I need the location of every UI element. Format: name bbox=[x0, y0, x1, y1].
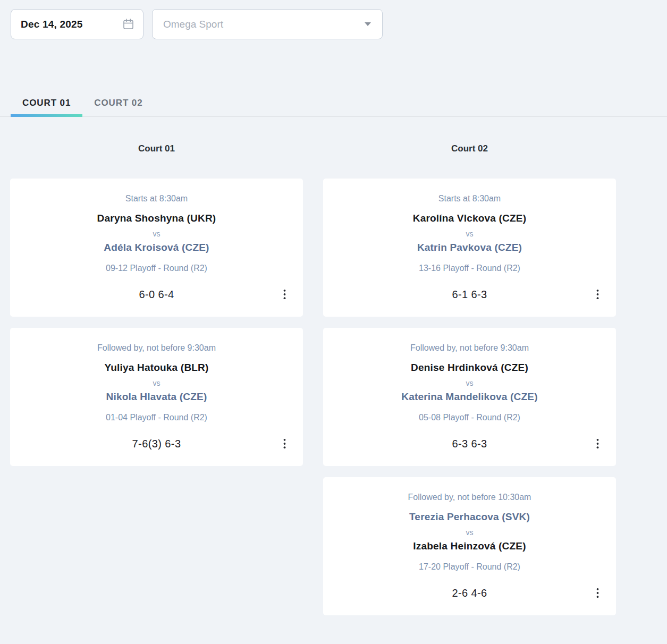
kebab-menu-button[interactable] bbox=[280, 287, 289, 302]
kebab-icon bbox=[596, 290, 599, 300]
vs-label: vs bbox=[10, 230, 303, 238]
match-card: Starts at 8:30am Karolína Vlckova (CZE) … bbox=[323, 179, 616, 317]
kebab-menu-button[interactable] bbox=[593, 437, 602, 451]
match-score: 6-1 6-3 bbox=[452, 289, 487, 301]
sport-select[interactable]: Omega Sport bbox=[152, 9, 383, 39]
player-name: Denise Hrdinková (CZE) bbox=[323, 362, 616, 374]
kebab-menu-button[interactable] bbox=[593, 586, 602, 600]
player-name[interactable]: Katerina Mandelikova (CZE) bbox=[323, 391, 616, 403]
match-columns: Starts at 8:30am Daryna Shoshyna (UKR) v… bbox=[10, 179, 667, 615]
player-name[interactable]: Katrin Pavkova (CZE) bbox=[323, 242, 616, 253]
match-round: 17-20 Playoff - Round (R2) bbox=[323, 562, 616, 572]
date-picker[interactable]: Dec 14, 2025 bbox=[11, 9, 143, 39]
vs-label: vs bbox=[323, 528, 616, 537]
match-time: Followed by, not before 9:30am bbox=[10, 343, 303, 353]
kebab-icon bbox=[283, 290, 286, 300]
match-round: 09-12 Playoff - Round (R2) bbox=[10, 264, 303, 273]
player-name[interactable]: Nikola Hlavata (CZE) bbox=[10, 391, 303, 403]
tab-court-02[interactable]: COURT 02 bbox=[82, 89, 154, 117]
court-column: Starts at 8:30am Karolína Vlckova (CZE) … bbox=[323, 179, 616, 615]
match-score: 7-6(3) 6-3 bbox=[132, 438, 181, 450]
match-time: Followed by, not before 10:30am bbox=[323, 493, 616, 502]
player-name[interactable]: Adéla Kroisová (CZE) bbox=[10, 242, 303, 253]
chevron-down-icon bbox=[365, 22, 371, 26]
vs-label: vs bbox=[10, 379, 303, 387]
column-header-court-02: Court 02 bbox=[323, 143, 616, 154]
player-name: Daryna Shoshyna (UKR) bbox=[10, 213, 303, 224]
match-score: 6-3 6-3 bbox=[452, 438, 487, 450]
court-tabs: COURT 01 COURT 02 bbox=[0, 89, 667, 117]
match-round: 01-04 Playoff - Round (R2) bbox=[10, 413, 303, 422]
vs-label: vs bbox=[323, 379, 616, 387]
match-round: 05-08 Playoff - Round (R2) bbox=[323, 413, 616, 422]
match-score: 2-6 4-6 bbox=[452, 587, 487, 599]
score-row: 6-1 6-3 bbox=[323, 287, 616, 301]
match-time: Followed by, not before 9:30am bbox=[323, 343, 616, 353]
kebab-menu-button[interactable] bbox=[593, 287, 602, 302]
calendar-icon bbox=[122, 18, 135, 31]
score-row: 6-0 6-4 bbox=[10, 287, 303, 301]
match-card: Followed by, not before 10:30am Terezia … bbox=[323, 477, 616, 615]
date-value: Dec 14, 2025 bbox=[21, 19, 83, 30]
player-name: Yuliya Hatouka (BLR) bbox=[10, 362, 303, 374]
sport-select-placeholder: Omega Sport bbox=[163, 19, 223, 30]
top-controls: Dec 14, 2025 Omega Sport bbox=[0, 0, 667, 39]
column-header-court-01: Court 01 bbox=[10, 143, 303, 154]
vs-label: vs bbox=[323, 230, 616, 238]
player-name[interactable]: Terezia Perhacova (SVK) bbox=[323, 511, 616, 523]
player-name: Karolína Vlckova (CZE) bbox=[323, 213, 616, 224]
kebab-icon bbox=[283, 439, 286, 449]
score-row: 6-3 6-3 bbox=[323, 437, 616, 451]
kebab-menu-button[interactable] bbox=[280, 437, 289, 451]
match-time: Starts at 8:30am bbox=[10, 194, 303, 204]
court-column: Starts at 8:30am Daryna Shoshyna (UKR) v… bbox=[10, 179, 303, 466]
kebab-icon bbox=[596, 439, 599, 449]
match-time: Starts at 8:30am bbox=[323, 194, 616, 204]
match-score: 6-0 6-4 bbox=[139, 289, 174, 301]
score-row: 7-6(3) 6-3 bbox=[10, 437, 303, 451]
tab-court-01[interactable]: COURT 01 bbox=[11, 89, 82, 117]
match-card: Followed by, not before 9:30am Yuliya Ha… bbox=[10, 328, 303, 466]
column-headers: Court 01 Court 02 bbox=[10, 143, 667, 154]
match-round: 13-16 Playoff - Round (R2) bbox=[323, 264, 616, 273]
kebab-icon bbox=[596, 588, 599, 598]
score-row: 2-6 4-6 bbox=[323, 586, 616, 600]
match-card: Followed by, not before 9:30am Denise Hr… bbox=[323, 328, 616, 466]
match-card: Starts at 8:30am Daryna Shoshyna (UKR) v… bbox=[10, 179, 303, 317]
player-name: Izabela Heinzová (CZE) bbox=[323, 540, 616, 552]
